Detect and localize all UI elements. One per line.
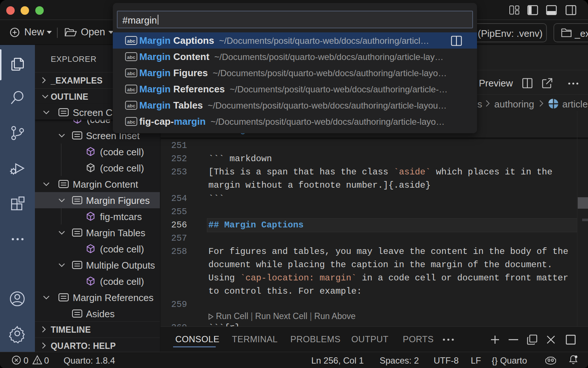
svg-text:abc: abc	[127, 71, 135, 76]
svg-text:abc: abc	[127, 103, 135, 109]
svg-text:abc: abc	[127, 87, 135, 92]
svg-text:abc: abc	[127, 54, 135, 60]
svg-text:abc: abc	[127, 38, 135, 44]
svg-text:abc: abc	[127, 119, 135, 125]
